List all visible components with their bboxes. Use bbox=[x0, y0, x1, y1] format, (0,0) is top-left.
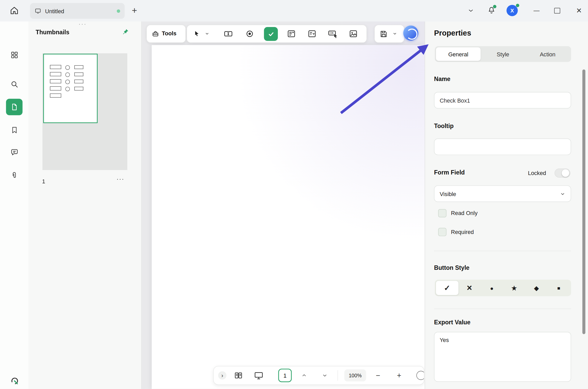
page-layout-button[interactable] bbox=[233, 370, 244, 380]
chevron-down-icon bbox=[392, 31, 397, 36]
checkbox-icon bbox=[267, 30, 275, 38]
list-box-tool-button[interactable] bbox=[285, 29, 297, 39]
previous-page-button[interactable] bbox=[299, 371, 309, 380]
sidebar-item-comments[interactable] bbox=[6, 144, 23, 160]
online-status-dot bbox=[516, 4, 519, 7]
pin-panel-button[interactable] bbox=[120, 26, 131, 37]
image-field-tool-button[interactable] bbox=[347, 29, 359, 39]
app-window: Untitled + X — × bbox=[0, 0, 588, 389]
page-thumbnail-preview bbox=[43, 54, 98, 123]
name-input[interactable] bbox=[434, 92, 571, 109]
panel-drag-handle[interactable]: ··· bbox=[78, 21, 87, 28]
save-button[interactable] bbox=[378, 29, 389, 39]
button-style-option-diamond[interactable]: ◆ bbox=[525, 281, 548, 295]
button-style-option-cross[interactable]: × bbox=[458, 281, 480, 295]
new-tab-button[interactable]: + bbox=[128, 4, 140, 16]
document-icon bbox=[35, 8, 41, 14]
title-bar: Untitled + X — × bbox=[0, 0, 588, 21]
tab-style[interactable]: Style bbox=[480, 47, 525, 61]
notifications-button[interactable] bbox=[485, 4, 497, 16]
sidebar-item-apps[interactable] bbox=[6, 46, 23, 63]
text-field-tool-button[interactable] bbox=[223, 29, 234, 39]
brand-logo-icon bbox=[9, 376, 19, 386]
panel-scrollbar[interactable] bbox=[582, 69, 585, 334]
read-only-checkbox[interactable] bbox=[438, 209, 446, 217]
sidebar-item-brand[interactable] bbox=[6, 372, 23, 389]
sidebar-item-attachments[interactable] bbox=[6, 167, 23, 184]
select-tool-dropdown[interactable] bbox=[204, 30, 210, 37]
expand-statusbar-button[interactable]: › bbox=[218, 371, 226, 380]
page-number-input[interactable] bbox=[278, 369, 292, 382]
paperclip-icon bbox=[10, 171, 18, 179]
toggle-knob bbox=[562, 169, 569, 177]
push-button-tool-button[interactable]: OK bbox=[326, 28, 340, 39]
properties-tabs: General Style Action bbox=[435, 46, 571, 62]
select-tool-button[interactable] bbox=[191, 29, 202, 39]
maximize-icon bbox=[554, 8, 560, 14]
notification-dot bbox=[493, 5, 496, 8]
two-page-icon bbox=[234, 371, 243, 380]
sidebar-item-bookmarks[interactable] bbox=[6, 122, 23, 138]
button-style-option-star[interactable]: ★ bbox=[503, 281, 525, 295]
maximize-button[interactable] bbox=[551, 4, 563, 16]
presentation-icon bbox=[254, 371, 264, 380]
radio-button-icon bbox=[245, 29, 254, 38]
tab-general[interactable]: General bbox=[436, 47, 480, 61]
text-field-icon bbox=[223, 29, 233, 39]
page-thumbnail[interactable] bbox=[42, 53, 127, 170]
combo-box-tool-button[interactable] bbox=[306, 29, 318, 39]
pin-icon bbox=[122, 28, 129, 36]
sidebar-item-search[interactable] bbox=[6, 76, 23, 92]
button-style-options: ✓ × ● ★ ◆ ■ bbox=[435, 280, 571, 296]
zoom-level[interactable]: 100% bbox=[344, 370, 366, 381]
close-button[interactable]: × bbox=[573, 4, 585, 16]
minimize-button[interactable]: — bbox=[531, 4, 543, 16]
export-value-input[interactable]: Yes bbox=[434, 332, 571, 382]
checkbox-tool-button-active[interactable] bbox=[264, 27, 278, 41]
bookmark-icon bbox=[10, 126, 18, 134]
pages-icon bbox=[10, 103, 18, 111]
chevron-down-icon bbox=[204, 31, 209, 36]
properties-panel: Properties General Style Action Name Too… bbox=[425, 21, 588, 389]
button-style-option-square[interactable]: ■ bbox=[548, 281, 570, 295]
toolbar-collapse-button[interactable] bbox=[465, 4, 477, 16]
tools-group[interactable]: Tools bbox=[146, 25, 186, 43]
cursor-icon bbox=[193, 30, 201, 38]
list-box-icon bbox=[286, 29, 296, 39]
name-label: Name bbox=[434, 76, 450, 83]
thumbnail-more-button[interactable]: ··· bbox=[116, 175, 124, 183]
document-canvas[interactable] bbox=[141, 21, 425, 389]
left-icon-rail bbox=[0, 21, 29, 389]
comment-icon bbox=[10, 148, 18, 156]
ai-assistant-button[interactable] bbox=[403, 25, 418, 41]
document-tab[interactable]: Untitled bbox=[30, 3, 125, 19]
next-page-button[interactable] bbox=[320, 371, 330, 380]
zoom-in-button[interactable]: + bbox=[394, 370, 404, 380]
save-icon bbox=[379, 29, 387, 38]
radio-button-tool-button[interactable] bbox=[244, 29, 255, 39]
fit-page-button[interactable] bbox=[416, 371, 424, 380]
search-icon bbox=[10, 80, 18, 88]
push-button-icon: OK bbox=[328, 29, 339, 39]
presentation-button[interactable] bbox=[253, 370, 264, 380]
home-button[interactable] bbox=[5, 2, 23, 19]
zoom-out-button[interactable]: − bbox=[373, 370, 383, 380]
grid-icon bbox=[10, 50, 18, 59]
locked-toggle[interactable] bbox=[554, 169, 570, 178]
tab-action[interactable]: Action bbox=[525, 47, 570, 61]
button-style-option-check[interactable]: ✓ bbox=[436, 281, 458, 295]
page-number-label: 1 bbox=[42, 178, 45, 184]
required-checkbox[interactable] bbox=[438, 228, 446, 236]
required-label: Required bbox=[451, 229, 474, 235]
button-style-option-circle[interactable]: ● bbox=[480, 281, 503, 295]
locked-label: Locked bbox=[528, 170, 546, 176]
image-icon bbox=[349, 29, 358, 39]
properties-title: Properties bbox=[434, 29, 471, 37]
divider bbox=[434, 251, 571, 251]
sidebar-item-thumbnails[interactable] bbox=[6, 99, 23, 115]
visibility-select[interactable]: Visible bbox=[434, 185, 571, 202]
save-group bbox=[374, 25, 404, 43]
chevron-down-icon bbox=[467, 7, 474, 14]
tooltip-input[interactable] bbox=[434, 138, 571, 155]
save-dropdown[interactable] bbox=[391, 30, 398, 37]
